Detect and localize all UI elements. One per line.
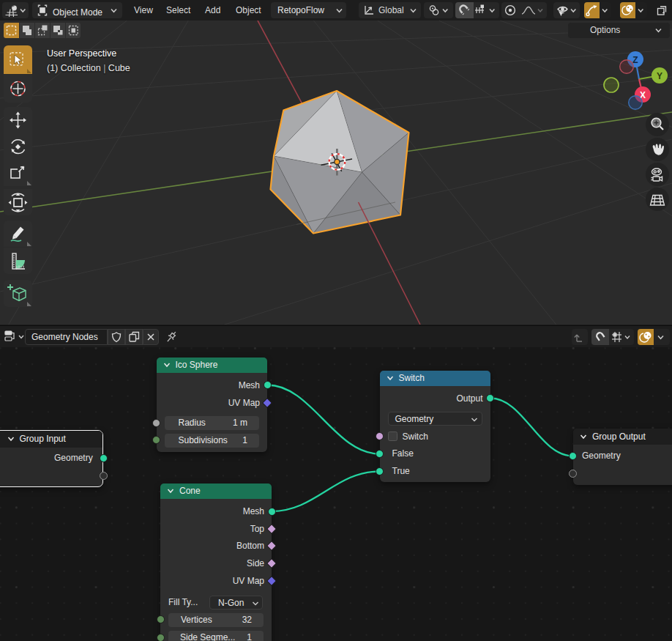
svg-text:Y: Y bbox=[657, 71, 662, 81]
svg-text:Z: Z bbox=[632, 55, 638, 65]
